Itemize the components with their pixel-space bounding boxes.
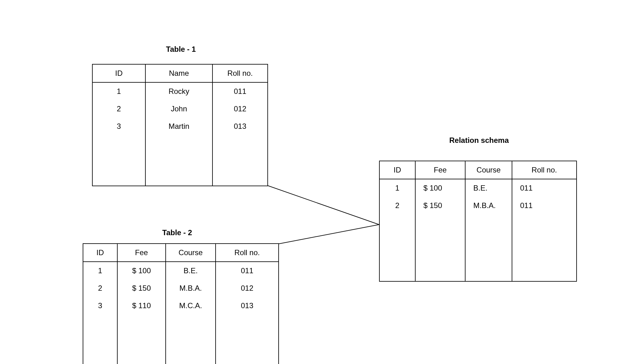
- connector-table2-to-schema: [278, 225, 379, 244]
- connector-table1-to-schema: [268, 186, 379, 225]
- connector-lines: [0, 0, 624, 364]
